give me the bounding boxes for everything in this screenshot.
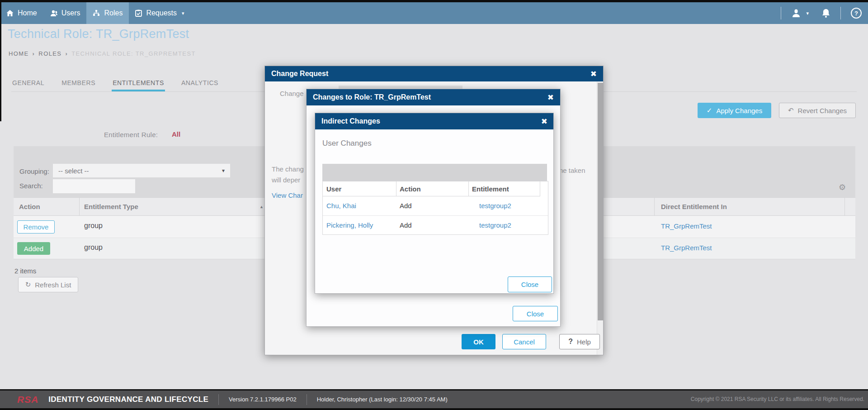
remove-button[interactable]: Remove [17, 220, 55, 234]
breadcrumb-home[interactable]: HOME [9, 50, 29, 57]
tab-entitlements[interactable]: ENTITLEMENTS [112, 78, 165, 91]
entitlement-type-cell: group [84, 243, 103, 252]
change-label-fragment: Change [280, 90, 304, 97]
column-header-action[interactable]: Action [19, 203, 40, 210]
user-link[interactable]: Pickering, Holly [326, 221, 373, 229]
sort-ascending-icon: ▲ [259, 205, 264, 209]
dialog-scrollbar[interactable] [597, 81, 603, 355]
nav-item-roles[interactable]: Roles [86, 2, 129, 24]
action-cell: Add [400, 221, 412, 229]
entitlement-link[interactable]: testgroup2 [479, 221, 511, 229]
help-dialog-button[interactable]: ? Help [559, 334, 600, 349]
notifications-button[interactable] [819, 8, 833, 18]
column-divider [540, 181, 540, 196]
nav-item-label: Home [18, 9, 37, 17]
revert-changes-button[interactable]: ↶ Revert Changes [779, 103, 856, 118]
gear-icon[interactable]: ⚙ [839, 182, 846, 192]
entitlement-rule-value[interactable]: All [172, 130, 180, 138]
close-icon[interactable]: ✖ [590, 66, 597, 81]
undo-icon: ↶ [788, 106, 794, 114]
column-divider [79, 198, 80, 216]
ok-button[interactable]: OK [462, 334, 495, 349]
page-bottom-edge [0, 408, 868, 410]
nav-item-users[interactable]: Users [43, 2, 87, 24]
items-count: 2 items [14, 267, 36, 275]
column-divider [396, 181, 396, 196]
tab-general[interactable]: GENERAL [11, 78, 45, 91]
change-request-dialog-header[interactable]: Change Request ✖ [265, 66, 603, 81]
column-header-direct-entitlement-in[interactable]: Direct Entitlement In [661, 203, 727, 210]
top-nav: Home Users Roles Requests ▾ [0, 2, 868, 24]
table-toolbar-bar [322, 164, 547, 181]
grouping-select[interactable]: -- select -- ▾ [53, 164, 230, 177]
column-header-action[interactable]: Action [396, 181, 468, 196]
entitlement-type-cell: group [84, 222, 103, 230]
close-icon[interactable]: ✖ [541, 113, 547, 129]
close-button[interactable]: Close [508, 277, 552, 292]
entitlement-rule-label: Entitlement Rule: [104, 131, 158, 138]
search-input[interactable] [53, 179, 150, 193]
view-changes-link-fragment[interactable]: View Char [272, 191, 303, 199]
rsa-logo: RSA [17, 394, 38, 405]
nav-divider [840, 7, 841, 19]
search-label: Search: [19, 182, 43, 190]
page-title: Technical Role: TR_GrpRemTest [8, 27, 189, 41]
cancel-button[interactable]: Cancel [502, 334, 546, 349]
chevron-down-icon: ▾ [806, 10, 809, 16]
user-menu-button[interactable]: ▾ [788, 8, 811, 18]
nav-item-label: Users [61, 9, 80, 17]
rsa-igl-app: Home Users Roles Requests ▾ ▾ ? Technic [0, 0, 868, 410]
user-link[interactable]: Chu, Khai [326, 202, 356, 210]
chevron-down-icon: ▾ [182, 10, 184, 16]
roles-icon [93, 10, 100, 17]
footer-product-name: IDENTITY GOVERNANCE AND LIFECYCLE [48, 395, 208, 404]
close-icon[interactable]: ✖ [547, 89, 554, 105]
grouping-label: Grouping: [19, 167, 49, 175]
help-icon: ? [851, 8, 862, 19]
dialog-text-fragment: ne taken [559, 167, 585, 174]
bell-icon [821, 8, 830, 18]
home-icon [6, 10, 14, 17]
dialog-title: Changes to Role: TR_GrpRemTest [313, 93, 431, 101]
column-divider [654, 198, 655, 216]
dialog-text-fragment: will deper [272, 176, 300, 184]
footer-version: Version 7.2.1.179966 P02 [229, 396, 297, 403]
breadcrumb-separator: › [65, 50, 68, 57]
indirect-changes-dialog: Indirect Changes ✖ User Changes User Act… [315, 113, 554, 294]
direct-entitlement-link[interactable]: TR_GrpRemTest [661, 222, 712, 230]
footer-divider [307, 394, 307, 405]
table-row: Chu, Khai Add testgroup2 [323, 196, 548, 216]
search-field [53, 179, 135, 193]
breadcrumb-roles[interactable]: ROLES [38, 50, 61, 57]
nav-item-requests[interactable]: Requests ▾ [129, 2, 190, 24]
user-changes-table: User Action Entitlement Chu, Khai Add te… [322, 181, 548, 235]
page-top-edge [0, 0, 868, 2]
changes-to-role-dialog-header[interactable]: Changes to Role: TR_GrpRemTest ✖ [307, 89, 560, 105]
tab-analytics[interactable]: ANALYTICS [180, 78, 219, 91]
added-badge-button[interactable]: Added [17, 242, 50, 255]
direct-entitlement-link[interactable]: TR_GrpRemTest [661, 244, 712, 252]
indirect-changes-dialog-header[interactable]: Indirect Changes ✖ [315, 113, 553, 129]
help-button[interactable]: ? [848, 8, 864, 19]
column-header-user[interactable]: User [323, 181, 396, 196]
dialog-text-fragment: The chang [272, 165, 304, 173]
column-header-entitlement-type[interactable]: Entitlement Type [84, 203, 138, 210]
chevron-down-icon: ▾ [222, 167, 225, 174]
column-header-entitlement[interactable]: Entitlement [468, 181, 540, 196]
table-row: Pickering, Holly Add testgroup2 [323, 216, 548, 235]
nav-item-home[interactable]: Home [0, 2, 43, 24]
requests-icon [135, 10, 142, 17]
apply-changes-button[interactable]: ✓ Apply Changes [698, 103, 771, 118]
nav-item-label: Requests [146, 9, 177, 17]
refresh-list-button[interactable]: ↻ Refresh List [18, 277, 78, 292]
close-button[interactable]: Close [513, 306, 558, 321]
user-changes-heading: User Changes [322, 139, 372, 148]
footer-user-info: Holder, Christopher (Last login: 12/30/2… [317, 396, 448, 403]
entitlement-link[interactable]: testgroup2 [479, 202, 511, 210]
nav-divider [781, 7, 781, 19]
column-divider [844, 198, 845, 216]
tab-members[interactable]: MEMBERS [61, 78, 96, 91]
scrollbar-thumb[interactable] [598, 83, 603, 320]
nav-item-label: Roles [104, 9, 123, 17]
footer-divider [218, 394, 219, 405]
